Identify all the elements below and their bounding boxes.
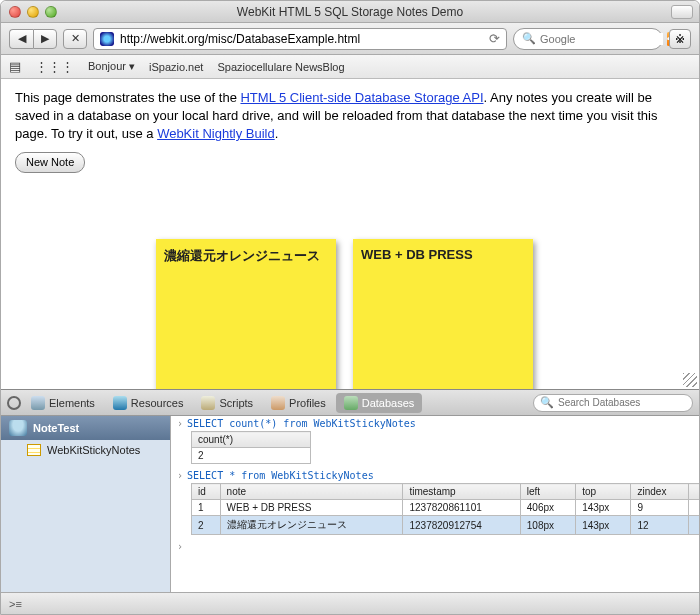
- stop-button[interactable]: ✕: [63, 29, 87, 49]
- col-header: left: [520, 484, 575, 500]
- reload-icon[interactable]: ⟳: [489, 31, 500, 46]
- url-input[interactable]: [120, 32, 483, 46]
- window-title: WebKit HTML 5 SQL Storage Notes Demo: [1, 5, 699, 19]
- page-content: This page demonstrates the use of the HT…: [1, 79, 699, 389]
- col-header: zindex: [631, 484, 689, 500]
- note-text[interactable]: 濃縮還元オレンジニュース: [156, 239, 336, 389]
- elements-icon: [31, 396, 45, 410]
- sticky-note[interactable]: 濃縮還元オレンジニュースLast Modified: 2009-3-24 0:8…: [156, 239, 336, 389]
- col-header: [689, 484, 699, 500]
- search-input[interactable]: [540, 33, 663, 45]
- search-icon: 🔍: [522, 32, 536, 45]
- devtools-tabs: Elements Resources Scripts Profiles Data…: [1, 390, 699, 416]
- tab-label: Elements: [49, 397, 95, 409]
- cell: 1: [192, 500, 221, 516]
- devtools: Elements Resources Scripts Profiles Data…: [1, 389, 699, 614]
- query-row[interactable]: ›SELECT * from WebKitStickyNotes: [177, 470, 693, 481]
- page-body: This page demonstrates the use of the HT…: [1, 79, 699, 183]
- cell: 12: [631, 516, 689, 535]
- database-icon: [9, 420, 27, 436]
- cell: 143px: [576, 516, 631, 535]
- tab-label: Scripts: [219, 397, 253, 409]
- topsites-icon[interactable]: ⋮⋮⋮: [35, 59, 74, 74]
- cell: 1237820861101: [403, 500, 520, 516]
- resize-corner-icon[interactable]: [683, 373, 697, 387]
- tab-label: Profiles: [289, 397, 326, 409]
- col-header: timestamp: [403, 484, 520, 500]
- tab-resources[interactable]: Resources: [105, 393, 192, 413]
- api-link[interactable]: HTML 5 Client-side Database Storage API: [240, 90, 483, 105]
- query-text: SELECT count(*) from WebKitStickyNotes: [187, 418, 416, 429]
- db-sidebar: NoteTest WebKitStickyNotes: [1, 416, 171, 592]
- col-header: note: [220, 484, 403, 500]
- tab-scripts[interactable]: Scripts: [193, 393, 261, 413]
- col-header: top: [576, 484, 631, 500]
- browser-window: WebKit HTML 5 SQL Storage Notes Demo ◀ ▶…: [0, 0, 700, 615]
- forward-button[interactable]: ▶: [33, 29, 57, 49]
- bookmarks-bar: ▤ ⋮⋮⋮ Bonjour ▾ iSpazio.net Spaziocellul…: [1, 55, 699, 79]
- cell: 406px: [520, 500, 575, 516]
- console-toggle[interactable]: >≡: [9, 598, 22, 610]
- bookmark-item[interactable]: iSpazio.net: [149, 61, 203, 73]
- cell: 2: [192, 448, 311, 464]
- databases-icon: [344, 396, 358, 410]
- result-table: count(*) 2: [191, 431, 311, 464]
- sticky-note[interactable]: WEB + DB PRESSLast Modified: 2009-3-24 0…: [353, 239, 533, 389]
- result-table: idnotetimestamplefttopzindex1WEB + DB PR…: [191, 483, 699, 535]
- favicon-icon: [100, 32, 114, 46]
- address-bar[interactable]: ⟳: [93, 28, 507, 50]
- db-console: ›SELECT count(*) from WebKitStickyNotes …: [171, 416, 699, 592]
- bookmarks-icon[interactable]: ▤: [9, 59, 21, 74]
- table-row[interactable]: 1WEB + DB PRESS1237820861101406px143px9: [192, 500, 700, 516]
- query-text: SELECT * from WebKitStickyNotes: [187, 470, 374, 481]
- cell: 濃縮還元オレンジニュース: [220, 516, 403, 535]
- bug-icon: ※: [675, 32, 685, 46]
- query-row[interactable]: ›SELECT count(*) from WebKitStickyNotes: [177, 418, 693, 429]
- chevron-right-icon: ›: [177, 418, 183, 429]
- sidebar-table[interactable]: WebKitStickyNotes: [1, 440, 170, 460]
- col-header: id: [192, 484, 221, 500]
- intro-text: .: [275, 126, 279, 141]
- cell: 1237820912754: [403, 516, 520, 535]
- db-name-label: NoteTest: [33, 422, 79, 434]
- cell: [689, 516, 699, 535]
- new-note-button[interactable]: New Note: [15, 152, 85, 173]
- back-button[interactable]: ◀: [9, 29, 33, 49]
- table-row[interactable]: 2濃縮還元オレンジニュース1237820912754108px143px12: [192, 516, 700, 535]
- profiles-icon: [271, 396, 285, 410]
- nav-buttons: ◀ ▶: [9, 29, 57, 49]
- col-header: count(*): [192, 432, 311, 448]
- devtools-search-input[interactable]: [558, 397, 686, 408]
- cell: 108px: [520, 516, 575, 535]
- bookmark-item[interactable]: Spaziocellulare NewsBlog: [217, 61, 344, 73]
- cell: 9: [631, 500, 689, 516]
- bookmark-item[interactable]: Bonjour ▾: [88, 60, 135, 73]
- browser-toolbar: ◀ ▶ ✕ ⟳ 🔍 • ※: [1, 23, 699, 55]
- tab-label: Resources: [131, 397, 184, 409]
- table-name-label: WebKitStickyNotes: [47, 444, 140, 456]
- scripts-icon: [201, 396, 215, 410]
- devtools-body: NoteTest WebKitStickyNotes ›SELECT count…: [1, 416, 699, 592]
- bug-button[interactable]: ※: [669, 29, 691, 49]
- chevron-right-icon: ›: [177, 541, 183, 552]
- tab-elements[interactable]: Elements: [23, 393, 103, 413]
- search-icon: 🔍: [540, 396, 554, 409]
- table-icon: [27, 444, 41, 456]
- devtools-statusbar: >≡: [1, 592, 699, 614]
- titlebar: WebKit HTML 5 SQL Storage Notes Demo: [1, 1, 699, 23]
- intro-text: This page demonstrates the use of the: [15, 90, 240, 105]
- query-prompt[interactable]: ›: [177, 541, 693, 552]
- chevron-right-icon: ›: [177, 470, 183, 481]
- cell: [689, 500, 699, 516]
- sidebar-db[interactable]: NoteTest: [1, 416, 170, 440]
- cell: WEB + DB PRESS: [220, 500, 403, 516]
- nightly-link[interactable]: WebKit Nightly Build: [157, 126, 275, 141]
- devtools-search[interactable]: 🔍: [533, 394, 693, 412]
- cell: 143px: [576, 500, 631, 516]
- note-text[interactable]: WEB + DB PRESS: [353, 239, 533, 389]
- tab-profiles[interactable]: Profiles: [263, 393, 334, 413]
- search-bar[interactable]: 🔍 •: [513, 28, 663, 50]
- tab-databases[interactable]: Databases: [336, 393, 423, 413]
- resources-icon: [113, 396, 127, 410]
- gear-icon[interactable]: [7, 396, 21, 410]
